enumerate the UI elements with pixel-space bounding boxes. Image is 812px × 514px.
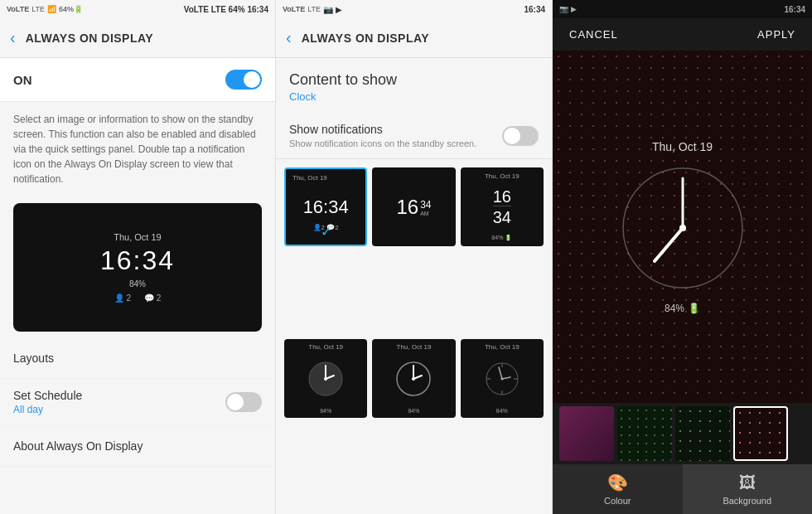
layout-item-analog-thin[interactable]: Thu, Oct 19 84% [461,339,544,418]
svg-line-14 [502,377,510,379]
colour-icon: 🎨 [607,473,628,492]
layout-item-digital-medium[interactable]: 16 34 AM [372,167,455,246]
clock-preview-date: Thu, Oct 19 [652,140,713,153]
signal-icon-2: 📷 [323,5,333,14]
svg-point-7 [412,377,415,381]
on-off-toggle[interactable] [225,70,262,90]
notification-toggle[interactable] [502,126,539,146]
notification-title: Show notifications [289,123,476,136]
preview-icon-msg: 💬 2 [144,293,161,303]
tab-background[interactable]: 🖼 Background [683,464,813,514]
panel-clock-editor: 📷 ▶ 16:34 CANCEL APPLY Thu, Oct 19 84% 🔋 [553,0,812,514]
lte-icon-1: LTE [31,5,45,13]
status-bar-2: VoLTE LTE 📷 ▶ 16:34 [276,0,552,18]
backgrounds-row [553,403,812,464]
time-2: 16:34 [524,5,545,14]
toggle-row: ON [0,58,275,102]
volte-icon-1: VoLTE [7,5,29,13]
about-menu[interactable]: About Always On Display [0,426,275,467]
preview-battery: 84% [129,279,146,289]
content-header: Content to show Clock [276,58,552,113]
content-to-show-label: Content to show [289,71,539,89]
layout-item-analog-filled[interactable]: Thu, Oct 19 84% [284,339,367,418]
layouts-menu[interactable]: Layouts [0,338,275,379]
notification-row: Show notifications Show notification ico… [276,113,552,159]
schedule-toggle[interactable] [225,392,262,412]
bg-thumb-1[interactable] [559,406,614,461]
notif-icon-2: ▶ [336,5,342,14]
bg-thumb-4[interactable] [733,406,788,461]
schedule-text: Set Schedule All day [13,389,82,415]
svg-point-3 [324,377,327,381]
bg-thumb-3[interactable] [675,406,730,461]
layouts-grid: Thu, Oct 19 16:34 👤2 💬2 ✓ 16 34 AM Thu, … [276,159,552,514]
status-left-2: VoLTE LTE 📷 ▶ [283,5,342,14]
background-label: Background [723,496,771,506]
notification-sub: Show notification icons on the standby s… [289,138,476,148]
back-button-1[interactable]: ‹ [10,28,16,47]
status-bar-3: 📷 ▶ 16:34 [553,0,812,18]
svg-line-13 [499,367,502,379]
description-text: Select an image or information to show o… [0,102,275,196]
status-right-2: 16:34 [524,5,545,14]
signal-icon-1: 📶 [47,5,56,13]
svg-point-15 [500,377,503,380]
layout-item-analog-outline[interactable]: Thu, Oct 19 84% [372,339,455,418]
back-button-2[interactable]: ‹ [286,28,292,47]
tab-colour[interactable]: 🎨 Colour [553,464,683,514]
selected-checkmark: ✓ [321,224,331,240]
battery-icon-1: 64%🔋 [59,5,83,13]
svg-line-17 [655,228,683,261]
time-1: VoLTE LTE 64% 16:34 [184,5,268,14]
time-3: 16:34 [784,5,805,14]
notification-text: Show notifications Show notification ico… [289,123,476,148]
panel3-actions: CANCEL APPLY [553,18,812,51]
page-title-2: ALWAYS ON DISPLAY [302,32,430,45]
status-left-1: VoLTE LTE 📶 64%🔋 [7,5,83,13]
schedule-label: Set Schedule [13,389,82,402]
analog-clock-filled [306,359,346,399]
page-title-1: ALWAYS ON DISPLAY [26,32,154,45]
header-2: ‹ ALWAYS ON DISPLAY [276,18,552,58]
battery-icon-preview: 🔋 [688,303,700,314]
panel-always-on-display: VoLTE LTE 📶 64%🔋 VoLTE LTE 64% 16:34 ‹ A… [0,0,276,514]
status-bar-1: VoLTE LTE 📶 64%🔋 VoLTE LTE 64% 16:34 [0,0,275,18]
layout-time-1: 16:34 [303,196,349,218]
preview-time: 16:34 [100,245,175,276]
header-1: ‹ ALWAYS ON DISPLAY [0,18,275,58]
bg-thumb-2[interactable] [617,406,672,461]
layout-item-digital-split[interactable]: Thu, Oct 19 16 34 84% 🔋 [461,167,544,246]
bottom-tabs: 🎨 Colour 🖼 Background [553,464,812,514]
content-to-show-value[interactable]: Clock [289,90,539,103]
analog-clock-thin [482,359,522,399]
status-icons-3: 📷 ▶ [559,5,577,13]
status-right-1: VoLTE LTE 64% 16:34 [184,5,268,14]
preview-box: Thu, Oct 19 16:34 84% 👤 2 💬 2 [13,203,262,332]
schedule-sub: All day [13,404,82,415]
analog-clock-preview [616,162,749,294]
lte-icon-2: LTE [307,5,321,13]
apply-button[interactable]: APPLY [757,28,795,41]
svg-point-19 [679,225,686,231]
volte-icon-2: VoLTE [283,5,305,13]
clock-preview-battery: 84% 🔋 [665,303,700,314]
cancel-button[interactable]: CANCEL [569,28,618,41]
preview-icons: 👤 2 💬 2 [114,293,162,303]
set-schedule-row: Set Schedule All day [0,379,275,426]
background-icon: 🖼 [739,473,756,492]
colour-label: Colour [604,496,631,506]
analog-clock-outline [394,359,433,399]
preview-icon-people: 👤 2 [114,293,131,303]
toggle-label: ON [13,73,32,87]
panel-content-to-show: VoLTE LTE 📷 ▶ 16:34 ‹ ALWAYS ON DISPLAY … [276,0,553,514]
clock-preview: Thu, Oct 19 84% 🔋 [553,51,812,403]
layout-item-digital-large[interactable]: Thu, Oct 19 16:34 👤2 💬2 ✓ [284,167,367,246]
preview-date: Thu, Oct 19 [114,232,161,242]
